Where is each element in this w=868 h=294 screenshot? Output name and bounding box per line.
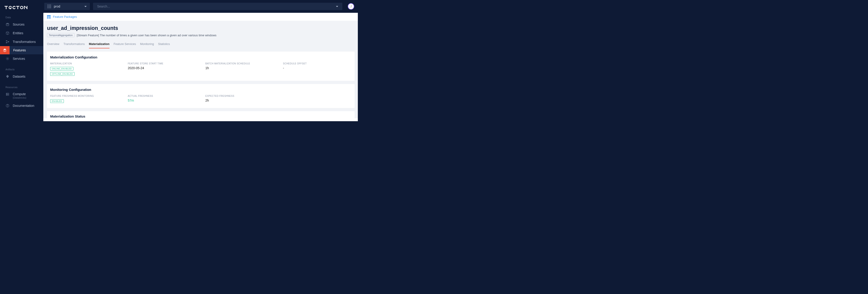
- tab-transformations[interactable]: Transformations: [63, 41, 85, 49]
- page-title: user_ad_impression_counts: [47, 25, 354, 31]
- apps-icon: [48, 5, 51, 8]
- sidebar-item-label: Datasets: [13, 75, 25, 78]
- sidebar-item-entities[interactable]: Entities: [0, 29, 43, 37]
- kv-label: FEATURE FRESHNESS MONITORING: [50, 95, 119, 97]
- workspace-name: prod: [54, 5, 60, 8]
- sidebar-item-transformations[interactable]: Transformations: [0, 37, 43, 46]
- kv-value: 2h: [206, 98, 274, 102]
- package-icon: [47, 15, 51, 19]
- sidebar-item-sources[interactable]: Sources: [0, 20, 43, 29]
- page-description: [Stream Feature] The number of times a g…: [77, 34, 217, 37]
- cube-icon: [5, 31, 9, 35]
- svg-rect-9: [6, 40, 7, 41]
- svg-rect-23: [49, 18, 51, 19]
- sidebar-item-documentation[interactable]: Documentation: [0, 101, 43, 110]
- kv-label: SCHEDULE OFFSET: [283, 62, 351, 65]
- tab-statistics[interactable]: Statistics: [158, 41, 170, 49]
- feature-type-tag: TemporalAggregation: [47, 33, 74, 37]
- sidebar-item-compute[interactable]: Compute (Databricks): [0, 90, 43, 101]
- breadcrumb-link[interactable]: Feature Packages: [53, 15, 77, 19]
- svg-rect-21: [49, 17, 51, 17]
- svg-point-5: [21, 7, 23, 8]
- kv-label: FEATURE STORE START TIME: [128, 62, 196, 65]
- transform-icon: [5, 40, 9, 44]
- materialization-config-card: Materialization Configuration MATERIALIZ…: [47, 52, 354, 81]
- breadcrumb: Feature Packages: [43, 13, 358, 21]
- avatar[interactable]: J: [348, 3, 354, 9]
- sidebar-item-label: Services: [13, 57, 25, 60]
- sidebar-item-sublabel: (Databricks): [13, 96, 26, 99]
- sidebar-item-label: Transformations: [13, 40, 36, 43]
- svg-rect-1: [6, 6, 7, 9]
- kv-label: EXPECTED FRESHNESS: [206, 95, 274, 97]
- help-icon: [5, 104, 9, 108]
- search-box[interactable]: [93, 3, 342, 10]
- sidebar-section-data: Data: [0, 14, 43, 20]
- logo[interactable]: [0, 0, 43, 14]
- svg-point-12: [7, 58, 8, 59]
- workspace-selector[interactable]: prod: [44, 3, 90, 10]
- sidebar-item-features[interactable]: Features: [0, 46, 43, 54]
- tab-overview[interactable]: Overview: [47, 41, 59, 49]
- kv-value: 2020-05-24: [128, 66, 196, 70]
- diamond-icon: [5, 75, 9, 79]
- tab-materialization[interactable]: Materialization: [89, 41, 110, 49]
- sidebar-section-artifacts: Artifacts: [0, 66, 43, 72]
- sidebar-item-label: Entities: [13, 31, 23, 35]
- card-title: Materialization Status: [50, 114, 351, 118]
- kv-label: MATERIALIZATION: [50, 62, 119, 65]
- search-input[interactable]: [97, 5, 336, 8]
- sidebar-item-label: Documentation: [13, 104, 34, 108]
- tab-monitoring[interactable]: Monitoring: [140, 41, 154, 49]
- svg-rect-19: [47, 15, 51, 16]
- kv-value: -: [283, 66, 351, 70]
- svg-point-8: [6, 23, 9, 24]
- sidebar-item-label: Compute: [13, 92, 26, 96]
- sidebar-item-label: Features: [13, 49, 26, 52]
- tab-feature-services[interactable]: Feature Services: [114, 41, 136, 49]
- database-icon: [5, 22, 9, 27]
- avatar-initial: J: [350, 5, 352, 8]
- status-badge: ONLINE_ENABLED: [50, 67, 73, 70]
- layers-icon: [0, 46, 9, 54]
- sidebar-item-label: Sources: [13, 23, 24, 26]
- sidebar-section-resources: Resources: [0, 84, 43, 90]
- sidebar: Data Sources Entities Transformations Fe…: [0, 0, 43, 121]
- sidebar-item-datasets[interactable]: Datasets: [0, 72, 43, 81]
- chevron-down-icon: [84, 6, 87, 7]
- svg-rect-20: [47, 17, 49, 17]
- topbar: prod J: [43, 0, 358, 13]
- kv-value: 1h: [206, 66, 274, 70]
- gear-icon: [5, 57, 9, 61]
- status-badge: OFFLINE_ENABLED: [50, 72, 74, 76]
- kv-value: 57m: [128, 98, 196, 102]
- sidebar-item-services[interactable]: Services: [0, 54, 43, 63]
- svg-rect-11: [8, 41, 9, 42]
- kv-label: ACTUAL FRESHNESS: [128, 95, 196, 97]
- materialization-status-card: Materialization Status: [47, 111, 354, 118]
- tabs: Overview Transformations Materialization…: [47, 41, 354, 49]
- svg-rect-10: [6, 42, 7, 43]
- card-title: Monitoring Configuration: [50, 88, 351, 91]
- kv-label: BATCH MATERIALIZATION SCHEDULE: [206, 62, 274, 65]
- status-badge: ENABLED: [50, 99, 64, 103]
- card-title: Materialization Configuration: [50, 55, 351, 59]
- server-icon: [5, 92, 9, 96]
- chevron-down-icon: [336, 6, 338, 7]
- monitoring-config-card: Monitoring Configuration FEATURE FRESHNE…: [47, 84, 354, 108]
- svg-rect-3: [18, 6, 18, 9]
- svg-rect-22: [47, 18, 49, 19]
